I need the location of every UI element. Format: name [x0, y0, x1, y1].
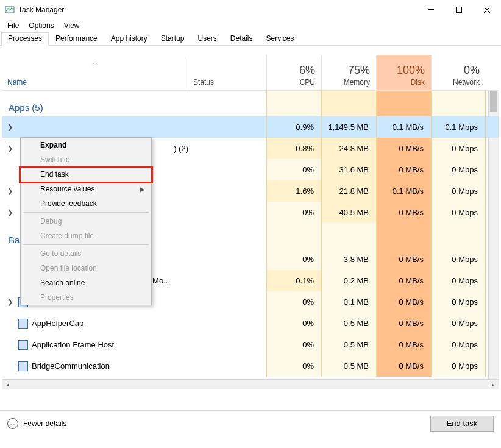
- column-network[interactable]: 0% Network: [431, 55, 486, 90]
- ctx-create-dump: Create dump file: [21, 229, 151, 243]
- window-controls: [417, 0, 501, 19]
- maximize-button[interactable]: [445, 0, 473, 19]
- process-icon: [18, 340, 28, 350]
- column-name[interactable]: ︿ Name: [2, 55, 188, 90]
- mem-cell: 24.8 MB: [321, 138, 376, 159]
- chevron-up-circle-icon: ︿: [7, 418, 18, 429]
- tab-processes[interactable]: Processes: [1, 32, 49, 46]
- ctx-resource-values[interactable]: Resource values ▶: [21, 182, 151, 196]
- net-cell: 0.1 Mbps: [431, 116, 486, 138]
- end-task-button[interactable]: End task: [430, 416, 494, 432]
- disk-cell: 0 MB/s: [376, 138, 431, 159]
- column-disk[interactable]: 100% Disk: [376, 55, 431, 90]
- menu-file[interactable]: File: [2, 20, 24, 31]
- svg-rect-2: [457, 7, 462, 12]
- net-cell: 0 Mbps: [431, 138, 486, 159]
- ctx-resource-values-label: Resource values: [40, 185, 94, 193]
- tab-users[interactable]: Users: [191, 32, 223, 46]
- ctx-properties: Properties: [21, 290, 151, 305]
- sort-ascending-icon: ︿: [92, 59, 98, 67]
- process-icon: [18, 361, 28, 371]
- process-row[interactable]: BridgeCommunication 0% 0.5 MB 0 MB/s 0 M…: [2, 355, 499, 377]
- cpu-label: CPU: [267, 78, 315, 87]
- column-memory[interactable]: 75% Memory: [321, 55, 376, 90]
- mem-cell: 1,149.5 MB: [321, 116, 376, 138]
- minimize-button[interactable]: [417, 0, 445, 19]
- ctx-end-task[interactable]: End task: [21, 167, 151, 182]
- context-menu: Expand Switch to End task Resource value…: [20, 137, 152, 305]
- chevron-right-icon[interactable]: ❯: [5, 187, 15, 195]
- window-title: Task Manager: [18, 5, 417, 14]
- ctx-search-online[interactable]: Search online: [21, 276, 151, 290]
- tab-services[interactable]: Services: [260, 32, 301, 46]
- footer: ︿ Fewer details End task: [0, 410, 501, 436]
- chevron-right-icon[interactable]: ❯: [5, 298, 15, 306]
- cpu-usage-pct: 6%: [267, 64, 315, 77]
- menu-view[interactable]: View: [59, 20, 85, 31]
- ctx-go-to-details: Go to details: [21, 246, 151, 261]
- group-apps-label: Apps (5): [2, 91, 188, 116]
- ctx-expand[interactable]: Expand: [21, 138, 151, 152]
- disk-cell: 0.1 MB/s: [376, 116, 431, 138]
- memory-usage-pct: 75%: [322, 64, 370, 77]
- tab-app-history[interactable]: App history: [104, 32, 154, 46]
- menu-options[interactable]: Options: [24, 20, 59, 31]
- process-row[interactable]: AppHelperCap 0% 0.5 MB 0 MB/s 0 Mbps: [2, 313, 499, 334]
- horizontal-scrollbar[interactable]: ◂ ▸: [2, 379, 499, 389]
- cpu-cell: 0.8%: [266, 138, 321, 159]
- task-manager-icon: [5, 5, 15, 15]
- column-cpu[interactable]: 6% CPU: [266, 55, 321, 90]
- cpu-cell: 0.9%: [266, 116, 321, 138]
- network-usage-pct: 0%: [432, 64, 480, 77]
- ctx-debug: Debug: [21, 214, 151, 229]
- ctx-separator: [23, 212, 149, 213]
- fewer-details-label: Fewer details: [23, 419, 66, 428]
- scroll-right-arrow[interactable]: ▸: [488, 380, 499, 389]
- tab-details[interactable]: Details: [224, 32, 260, 46]
- ctx-open-file-location: Open file location: [21, 261, 151, 276]
- process-row[interactable]: Application Frame Host 0% 0.5 MB 0 MB/s …: [2, 334, 499, 355]
- process-row[interactable]: ❯ 0.9% 1,149.5 MB 0.1 MB/s 0.1 Mbps: [2, 116, 499, 138]
- chevron-right-icon[interactable]: ❯: [5, 144, 15, 152]
- menubar: File Options View: [0, 19, 501, 32]
- tab-startup[interactable]: Startup: [154, 32, 191, 46]
- chevron-right-icon[interactable]: ❯: [5, 123, 15, 131]
- close-button[interactable]: [473, 0, 501, 19]
- svg-rect-1: [428, 9, 434, 10]
- submenu-arrow-icon: ▶: [140, 186, 145, 193]
- column-name-label: Name: [7, 78, 183, 87]
- disk-label: Disk: [377, 78, 425, 87]
- group-apps: Apps (5): [2, 91, 499, 116]
- fewer-details-button[interactable]: ︿ Fewer details: [7, 418, 66, 429]
- ctx-separator: [23, 244, 149, 245]
- chevron-right-icon[interactable]: ❯: [5, 208, 15, 216]
- titlebar: Task Manager: [0, 0, 501, 19]
- column-status[interactable]: Status: [188, 55, 266, 90]
- tabbar: Processes Performance App history Startu…: [0, 32, 501, 46]
- network-label: Network: [432, 78, 480, 87]
- memory-label: Memory: [322, 78, 370, 87]
- disk-usage-pct: 100%: [377, 64, 425, 77]
- column-headers: ︿ Name Status 6% CPU 75% Memory 100% Dis…: [2, 55, 499, 91]
- ctx-provide-feedback[interactable]: Provide feedback: [21, 196, 151, 211]
- process-icon: [18, 319, 28, 329]
- process-icon: [18, 123, 28, 132]
- scroll-left-arrow[interactable]: ◂: [2, 380, 13, 389]
- ctx-switch-to: Switch to: [21, 152, 151, 167]
- tab-performance[interactable]: Performance: [49, 32, 104, 46]
